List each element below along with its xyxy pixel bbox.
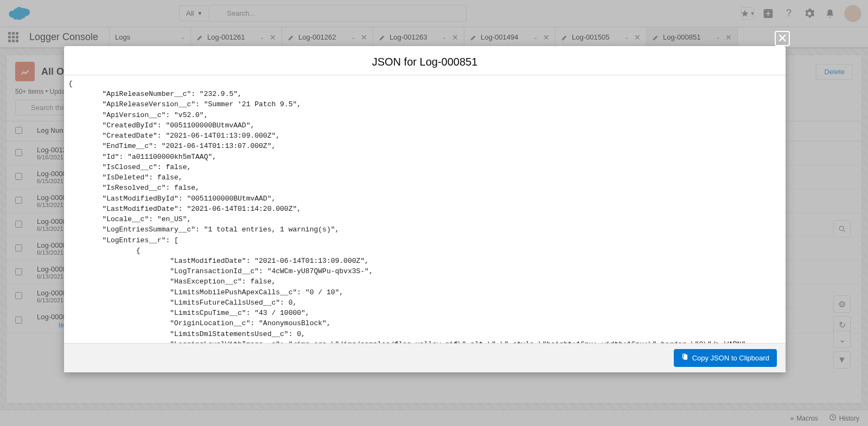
json-modal: ✕ JSON for Log-000851 { "ApiReleaseNumbe…	[64, 46, 786, 372]
modal-title: JSON for Log-000851	[64, 46, 786, 75]
json-content: { "ApiReleaseNumber__c": "232.9.5", "Api…	[68, 79, 781, 344]
modal-close-button[interactable]: ✕	[775, 31, 790, 46]
modal-footer: Copy JSON to Clipboard	[64, 344, 786, 372]
clipboard-icon	[681, 353, 689, 363]
copy-json-button[interactable]: Copy JSON to Clipboard	[674, 349, 777, 367]
modal-body[interactable]: { "ApiReleaseNumber__c": "232.9.5", "Api…	[64, 75, 786, 344]
